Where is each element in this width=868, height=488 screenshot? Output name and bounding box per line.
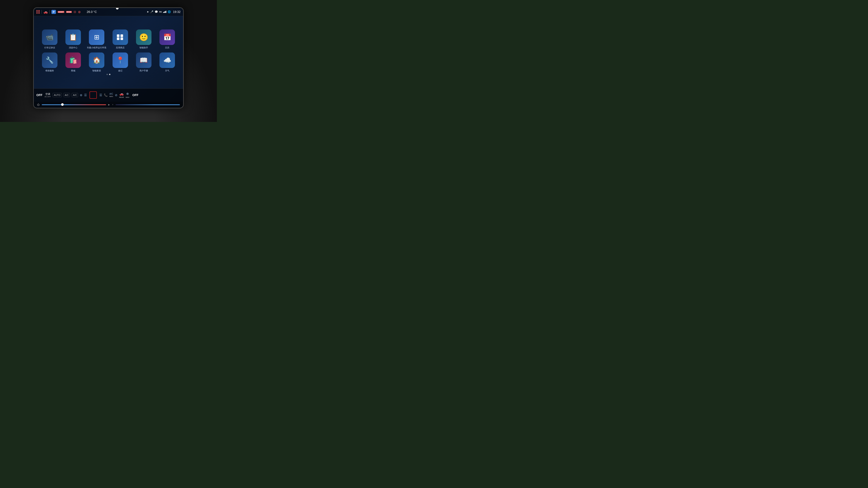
network-badge: 5G (159, 11, 162, 13)
status-bar-right: ➤ 🎤 💬 5G 🌐 19:32 (147, 10, 181, 13)
pagination-dot-1[interactable] (106, 74, 108, 75)
fan-icon[interactable]: ⊛ (80, 93, 83, 97)
app-miniapp-label: 车载小程序运行环境 (87, 46, 106, 49)
app-trips-icon: 📍 (113, 53, 128, 68)
phone-icon[interactable]: 📞 (104, 93, 107, 97)
message-icon[interactable]: 💬 (155, 10, 158, 13)
gps-icon: ➤ (147, 10, 149, 13)
app-smarthome[interactable]: 🏠 智能家居 (87, 53, 107, 72)
pagination (106, 74, 111, 75)
climate-main-control[interactable] (90, 91, 97, 99)
app-miniapp[interactable]: ⊞ 车载小程序运行环境 (87, 29, 107, 49)
pagination-dot-2[interactable] (109, 74, 111, 75)
ac-max-icon[interactable]: A/C (110, 93, 113, 95)
signal-bar-4 (166, 11, 166, 13)
app-appstore-icon (113, 29, 128, 45)
app-appstore[interactable]: 应用商店 (110, 29, 130, 49)
status-bar: 🚗 P ASSIST MODE ⊟ ⊕ 26.0 °C ➤ 🎤 💬 5G (34, 8, 183, 16)
fan-slider-thumb[interactable] (116, 7, 119, 9)
app-dashcam-icon: 📹 (42, 29, 57, 45)
app-message-label: 消息中心 (69, 46, 78, 49)
slider-plus[interactable]: + (112, 103, 114, 106)
home-grid-icon[interactable] (36, 10, 40, 13)
time-display: 19:32 (173, 10, 181, 13)
app-assistant-label: 智能助手 (140, 46, 148, 49)
assist-badge[interactable]: ASSIST (58, 11, 64, 13)
divider-2 (50, 10, 50, 14)
auto-button[interactable]: AUTO (53, 93, 62, 97)
app-shop-label: 商城 (71, 69, 75, 72)
ac-label: 空调 AC:OFF (44, 93, 51, 98)
defrost-icon[interactable]: ⊘ (115, 93, 118, 97)
temperature-display: 26.0 °C (87, 10, 97, 13)
app-smarthome-label: 智能家居 (92, 69, 101, 72)
app-trips[interactable]: 📍 途记 (110, 53, 130, 72)
app-maintenance-label: 维保服务 (45, 69, 54, 72)
mode-badge[interactable]: MODE (66, 11, 72, 13)
climate-bar: OFF 空调 AC:OFF AUTO A/C A/C ⊛ ☰ ☰ 📞 (34, 88, 183, 102)
signal-bars (163, 11, 166, 13)
screen-content: 🚗 P ASSIST MODE ⊟ ⊕ 26.0 °C ➤ 🎤 💬 5G (34, 8, 183, 108)
ac-max-label: MAX (109, 96, 113, 97)
app-dashcam[interactable]: 📹 行车记录仪 (39, 29, 60, 49)
app-appstore-label: 应用商店 (116, 46, 125, 49)
rear-max-label: MAX (126, 96, 129, 98)
signal-bar-1 (163, 12, 164, 13)
signal-bar-3 (165, 11, 165, 13)
app-maintenance[interactable]: 🔧 维保服务 (39, 53, 60, 72)
app-dashcam-label: 行车记录仪 (44, 46, 55, 49)
divider-1 (41, 10, 42, 14)
ac-max-group: A/C MAX (109, 93, 113, 97)
infotainment-screen: 🚗 P ASSIST MODE ⊟ ⊕ 26.0 °C ➤ 🎤 💬 5G (33, 7, 184, 108)
ac-button-1[interactable]: A/C (63, 93, 70, 97)
signal-bar-2 (164, 11, 165, 13)
app-weather-icon: ☁️ (159, 53, 175, 68)
menu-icon[interactable]: ☰ (84, 93, 87, 97)
app-assistant-icon: 🙂 (136, 29, 152, 45)
app-manual-icon: 📖 (136, 53, 152, 68)
apps-area: 📹 行车记录仪 📋 消息中心 ⊞ 车载小程序运行环境 (34, 16, 183, 88)
app-miniapp-icon: ⊞ (89, 29, 104, 45)
power-icon[interactable]: ⏻ (37, 103, 39, 106)
fan-slider[interactable] (116, 104, 180, 105)
app-manual-label: 用户手册 (140, 69, 148, 72)
app-weather[interactable]: ☁️ 天气 (157, 53, 177, 72)
app-assistant[interactable]: 🙂 智能助手 (134, 29, 154, 49)
app-shop[interactable]: 🛍️ 商城 (63, 53, 83, 72)
app-maintenance-icon: 🔧 (42, 53, 57, 68)
ac-button-2[interactable]: A/C (72, 93, 78, 97)
rear-max-group: ❄ MAX (126, 92, 129, 98)
app-calendar[interactable]: 📅 日历 (157, 29, 177, 49)
app-calendar-icon: 📅 (159, 29, 175, 45)
app-calendar-label: 日历 (165, 46, 169, 49)
wifi-icon[interactable]: 🌐 (167, 10, 171, 13)
airflow-icon[interactable]: ☰ (99, 93, 102, 97)
car-settings-icon[interactable]: 🚗 (43, 10, 48, 14)
slider-minus[interactable]: ▶ (108, 103, 110, 106)
temp-slider-thumb[interactable] (61, 103, 64, 106)
app-trips-label: 途记 (118, 69, 122, 72)
app-smarthome-icon: 🏠 (89, 53, 104, 68)
app-message[interactable]: 📋 消息中心 (63, 29, 83, 49)
app-weather-label: 天气 (165, 69, 169, 72)
rear-car-icon: 🚗 (119, 92, 124, 96)
right-off-label: OFF (132, 93, 139, 97)
app-manual[interactable]: 📖 用户手册 (134, 53, 154, 72)
mic-icon[interactable]: 🎤 (150, 10, 153, 13)
rear-button[interactable]: 🚗 REAR (119, 92, 124, 98)
parking-badge[interactable]: P (52, 10, 56, 14)
temperature-slider[interactable] (42, 104, 106, 105)
equalizer-icon[interactable]: ⊟ (73, 10, 76, 13)
rear-max-icon[interactable]: ❄ (126, 92, 129, 96)
app-message-icon: 📋 (65, 29, 81, 45)
add-icon[interactable]: ⊕ (78, 10, 81, 14)
left-off-label: OFF (36, 93, 43, 97)
app-shop-icon: 🛍️ (65, 53, 81, 68)
bottom-bar: ⏻ ▶ + (34, 102, 183, 108)
apps-grid: 📹 行车记录仪 📋 消息中心 ⊞ 车载小程序运行环境 (39, 29, 177, 72)
